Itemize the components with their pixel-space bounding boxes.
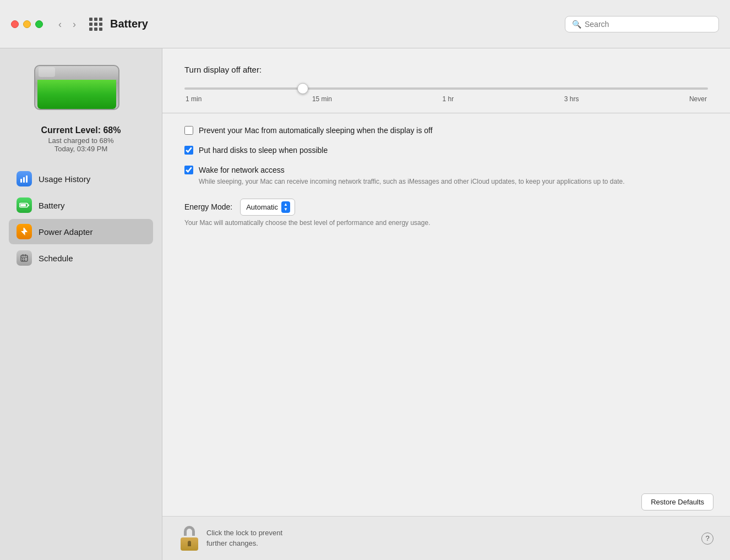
power-adapter-label: Power Adapter (39, 227, 92, 237)
svg-rect-9 (23, 254, 24, 256)
lock-text-line2: further changes. (206, 539, 282, 548)
battery-icon (17, 197, 32, 213)
usage-history-label: Usage History (39, 174, 90, 184)
display-off-slider-container: 1 min 15 min 1 hr 3 hrs Never (184, 82, 708, 103)
sidebar-item-usage-history[interactable]: Usage History (9, 166, 153, 191)
svg-rect-8 (21, 257, 28, 257)
schedule-label: Schedule (39, 254, 73, 263)
svg-rect-12 (24, 258, 25, 259)
bottom-bar: Click the lock to prevent further change… (162, 516, 730, 560)
minimize-button[interactable] (23, 20, 31, 28)
lock-keyhole (188, 541, 191, 546)
divider (162, 113, 730, 113)
energy-mode-label: Energy Mode: (184, 202, 232, 211)
wake-network-label[interactable]: Wake for network access (199, 166, 285, 174)
search-icon: 🔍 (572, 20, 581, 29)
display-off-slider[interactable] (184, 87, 708, 90)
battery-shine (39, 67, 55, 77)
search-input[interactable] (585, 20, 712, 29)
slider-label-never: Never (689, 95, 707, 103)
charged-time: Today, 03:49 PM (41, 145, 121, 153)
sidebar: Current Level: 68% Last charged to 68% T… (0, 48, 162, 560)
battery-level: Current Level: 68% (41, 125, 121, 135)
wake-network-checkbox[interactable] (184, 166, 193, 174)
battery-illustration (34, 65, 128, 114)
main-container: Current Level: 68% Last charged to 68% T… (0, 48, 730, 560)
svg-rect-1 (23, 177, 25, 183)
lock-shackle (184, 526, 195, 536)
slider-labels: 1 min 15 min 1 hr 3 hrs Never (184, 95, 708, 103)
restore-defaults-button[interactable]: Restore Defaults (641, 493, 713, 510)
battery-label: Battery (39, 201, 65, 210)
hard-disks-checkbox-item: Put hard disks to sleep when possible (184, 145, 708, 155)
nav-arrows: ‹ › (54, 17, 80, 31)
forward-button[interactable]: › (68, 17, 80, 31)
apps-grid-icon[interactable] (89, 18, 102, 31)
lock-section[interactable]: Click the lock to prevent further change… (179, 526, 282, 551)
svg-rect-11 (22, 258, 23, 259)
prevent-sleep-checkbox-item: Prevent your Mac from automatically slee… (184, 125, 708, 135)
battery-body (34, 65, 119, 110)
wake-network-checkbox-item: Wake for network access While sleeping, … (184, 165, 708, 186)
svg-rect-14 (24, 260, 25, 261)
slider-label-1hr: 1 hr (442, 95, 454, 103)
slider-label-15min: 15 min (312, 95, 332, 103)
help-button[interactable]: ? (701, 532, 713, 545)
energy-mode-value: Automatic (246, 203, 278, 211)
battery-fill (37, 80, 116, 109)
sidebar-item-battery[interactable]: Battery (9, 193, 153, 218)
battery-info: Current Level: 68% Last charged to 68% T… (41, 125, 121, 153)
traffic-lights (11, 20, 43, 28)
page-title: Battery (110, 18, 148, 30)
slider-label-1min: 1 min (186, 95, 201, 103)
svg-marker-6 (21, 228, 28, 235)
schedule-icon (17, 250, 32, 266)
prevent-sleep-label[interactable]: Prevent your Mac from automatically slee… (199, 126, 433, 135)
sidebar-item-schedule[interactable]: Schedule (9, 245, 153, 271)
energy-mode-row: Energy Mode: Automatic ▲ ▼ (184, 199, 708, 216)
slider-label-3hrs: 3 hrs (564, 95, 579, 103)
lock-icon (179, 526, 200, 551)
lock-text: Click the lock to prevent further change… (206, 528, 282, 548)
svg-rect-4 (20, 204, 26, 206)
svg-rect-0 (20, 179, 22, 183)
arrow-down-icon: ▼ (284, 207, 288, 212)
close-button[interactable] (11, 20, 19, 28)
last-charged: Last charged to 68% (41, 136, 121, 145)
lock-text-line1: Click the lock to prevent (206, 528, 282, 538)
prevent-sleep-checkbox[interactable] (184, 126, 193, 135)
content-area: Turn display off after: 1 min 15 min 1 h… (162, 48, 730, 560)
sidebar-item-power-adapter[interactable]: Power Adapter (9, 219, 153, 244)
svg-rect-13 (22, 260, 23, 261)
energy-mode-arrows: ▲ ▼ (281, 201, 290, 213)
sidebar-nav: Usage History Battery Po (0, 166, 162, 271)
checkbox-group: Prevent your Mac from automatically slee… (184, 125, 708, 186)
wake-network-description: While sleeping, your Mac can receive inc… (199, 177, 625, 186)
back-button[interactable]: ‹ (54, 17, 66, 31)
arrow-up-icon: ▲ (284, 202, 288, 207)
hard-disks-checkbox[interactable] (184, 146, 193, 155)
svg-rect-5 (28, 205, 29, 206)
power-adapter-icon (17, 224, 32, 239)
usage-history-icon (17, 171, 32, 186)
slider-section-label: Turn display off after: (184, 65, 708, 74)
maximize-button[interactable] (35, 20, 43, 28)
hard-disks-label[interactable]: Put hard disks to sleep when possible (199, 146, 328, 155)
lock-body (181, 537, 198, 551)
energy-mode-select[interactable]: Automatic ▲ ▼ (240, 199, 295, 216)
energy-mode-section: Energy Mode: Automatic ▲ ▼ Your Mac will… (184, 199, 708, 227)
search-box[interactable]: 🔍 (565, 16, 719, 32)
energy-mode-description: Your Mac will automatically choose the b… (184, 219, 708, 227)
svg-rect-10 (25, 254, 26, 256)
titlebar: ‹ › Battery 🔍 (0, 0, 730, 48)
svg-rect-2 (26, 175, 28, 183)
